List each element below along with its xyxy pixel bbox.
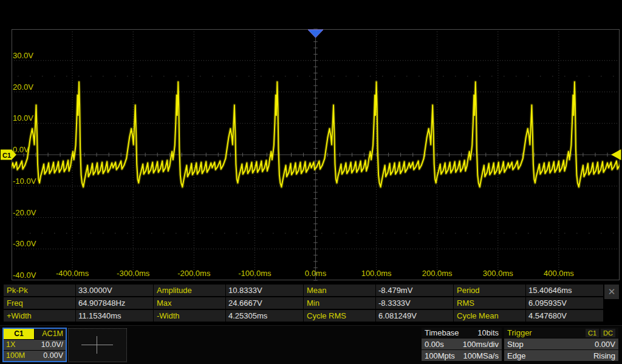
y-axis-label: -40.0V xyxy=(13,271,36,280)
channel1-offset: 0.00V xyxy=(43,351,63,361)
measurement-value: 15.40646ms xyxy=(526,285,603,296)
trigger-slope: Rising xyxy=(593,351,615,360)
timebase-title: Timebase xyxy=(425,328,459,337)
measurement-label: RMS xyxy=(454,297,525,309)
x-axis-label: 100.0ms xyxy=(361,269,392,278)
x-axis-label: 0.0ms xyxy=(305,269,326,278)
measurement-value: 6.081249V xyxy=(376,310,453,322)
channel1-attenuation: 1X xyxy=(6,340,15,350)
x-axis-label: 400.0ms xyxy=(544,269,574,278)
channel1-trace[interactable] xyxy=(0,82,622,187)
measurement-label: Cycle Mean xyxy=(454,310,525,322)
y-axis-label: -10.0V xyxy=(13,177,36,186)
measurement-value: 11.15340ms xyxy=(76,310,153,322)
trigger-title: Trigger xyxy=(507,328,532,337)
measurement-value: -8.479mV xyxy=(376,285,453,296)
plus-icon xyxy=(97,336,97,354)
trigger-position-marker[interactable] xyxy=(308,30,323,38)
trigger-level: 0.00V xyxy=(595,340,615,349)
oscilloscope-screen: C1 Pk-Pk33.0000VAmplitude10.8333VMean-8.… xyxy=(0,0,622,364)
channel1-level-marker-label: C1 xyxy=(2,152,11,159)
y-axis-label: 20.0V xyxy=(13,83,33,92)
y-axis-label: -20.0V xyxy=(13,209,36,217)
x-axis-label: -300.0ms xyxy=(117,269,149,278)
measurement-value: -8.3333V xyxy=(376,297,453,309)
measurement-label: Pk-Pk xyxy=(4,285,75,296)
add-trace-button[interactable] xyxy=(68,328,127,362)
measurement-label: Cycle RMS xyxy=(304,310,375,322)
measurement-value: 33.0000V xyxy=(76,285,153,296)
measurement-value: 10.8333V xyxy=(226,285,303,296)
timebase-scale: 100ms/div xyxy=(463,340,499,349)
x-axis-label: -400.0ms xyxy=(56,269,89,278)
x-axis-label: -200.0ms xyxy=(177,269,210,278)
measurement-label: Period xyxy=(454,285,525,296)
timebase-memory: 100Mpts xyxy=(425,351,455,360)
measurements-panel: Pk-Pk33.0000VAmplitude10.8333VMean-8.479… xyxy=(4,285,603,322)
waveform-display[interactable]: C1 xyxy=(0,0,622,285)
measurement-label: +Width xyxy=(4,310,75,322)
trigger-level-marker[interactable] xyxy=(611,149,621,160)
timebase-box[interactable]: Timebase 10bits 0.00s 100ms/div 100Mpts … xyxy=(422,328,502,362)
trigger-coupling-badge: DC xyxy=(601,329,615,337)
trigger-status: Stop xyxy=(507,340,524,349)
channel1-coupling: AC1M xyxy=(35,329,66,339)
timebase-delay: 0.00s xyxy=(425,340,444,349)
channel1-scale: 10.0V/ xyxy=(41,340,63,350)
channel1-bandwidth: 100M xyxy=(6,351,25,361)
x-axis-label: 300.0ms xyxy=(483,269,513,278)
trigger-box[interactable]: Trigger C1 DC Stop 0.00V Edge Rising xyxy=(504,328,618,362)
timebase-bits: 10bits xyxy=(477,328,499,337)
channel1-descriptor-box[interactable]: C1 AC1M 1X 10.0V/ 100M 0.00V xyxy=(2,328,67,362)
trigger-source-badge: C1 xyxy=(586,329,599,337)
measurement-label: Min xyxy=(304,297,375,309)
status-bar: C1 AC1M 1X 10.0V/ 100M 0.00V Timebase 10… xyxy=(0,325,622,364)
timebase-sample-rate: 100MSa/s xyxy=(463,351,499,360)
measurement-value: 6.095935V xyxy=(526,297,603,309)
y-axis-label: 10.0V xyxy=(13,114,33,123)
measurement-value: 4.25305ms xyxy=(226,310,303,322)
measurement-label: -Width xyxy=(154,310,225,322)
x-axis-label: -100.0ms xyxy=(238,269,271,278)
plus-icon xyxy=(81,345,113,345)
x-axis-label: 200.0ms xyxy=(422,269,453,278)
y-axis-label: 30.0V xyxy=(13,52,33,60)
measurement-label: Freq xyxy=(4,297,75,309)
trigger-type: Edge xyxy=(507,351,525,360)
measurement-value: 24.6667V xyxy=(226,297,303,309)
y-axis-label: 0.0V xyxy=(13,146,29,154)
y-axis-label: -30.0V xyxy=(13,240,36,248)
measurements-close-button[interactable]: ✕ xyxy=(604,285,619,299)
measurement-value: 4.547680V xyxy=(526,310,603,322)
measurement-label: Max xyxy=(154,297,225,309)
channel1-name-badge: C1 xyxy=(4,329,34,339)
measurement-label: Amplitude xyxy=(154,285,225,296)
measurement-value: 64.907848Hz xyxy=(76,297,153,309)
measurement-label: Mean xyxy=(304,285,375,296)
